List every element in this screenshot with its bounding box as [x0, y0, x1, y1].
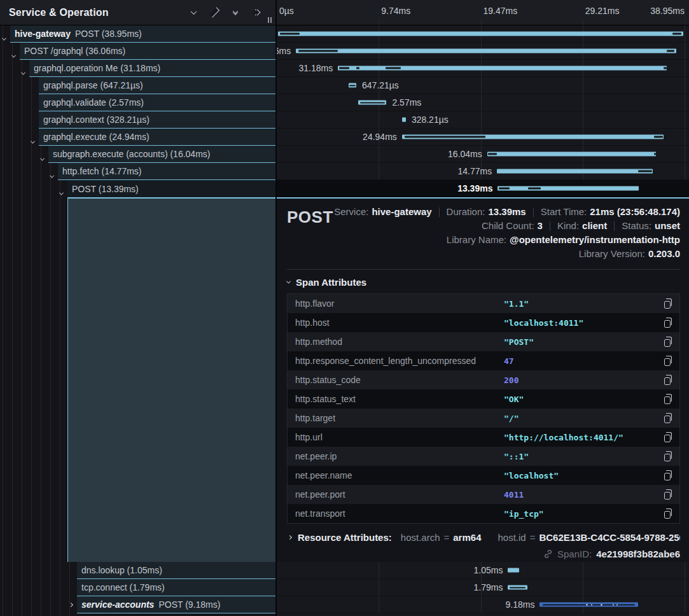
span-label: graphql.context (328.21µs) [43, 115, 150, 125]
timeline-rows-top: 38.95ms 36.06ms 31.18ms 647.21µs 2.57ms [277, 25, 689, 197]
span-bar[interactable] [278, 32, 683, 36]
tree-row-graphql-validate[interactable]: graphql.validate (2.57ms) [0, 94, 275, 111]
chevron-down-icon[interactable] [60, 186, 66, 193]
copy-button[interactable] [655, 433, 679, 442]
span-label: POST (38.95ms) [75, 29, 142, 39]
span-bar[interactable] [349, 83, 356, 88]
bar-row-service-accounts-post[interactable]: 9.18ms [277, 596, 689, 613]
span-attributes-toggle[interactable]: Span Attributes [287, 277, 680, 288]
bar-row-tcp-connect[interactable]: 1.79ms [277, 579, 689, 596]
span-label: subgraph.execute (accounts) (16.04ms) [53, 149, 210, 159]
bar-row-graphql-parse[interactable]: 647.21µs [277, 77, 689, 94]
selected-span-highlight-block [67, 197, 275, 562]
library-name-label: Library Name: [447, 233, 506, 247]
span-label: graphql.execute (24.94ms) [43, 132, 150, 142]
expand-one-icon[interactable] [209, 8, 219, 18]
tree-row-graphql-operation[interactable]: graphql.operation Me (31.18ms) [0, 60, 275, 77]
copy-button[interactable] [655, 452, 679, 461]
bar-row-http-fetch[interactable]: 14.77ms [277, 163, 689, 180]
bar-row-graphql-operation[interactable]: 31.18ms [277, 60, 689, 77]
span-label: graphql.validate (2.57ms) [43, 97, 144, 108]
chevron-right-icon[interactable] [69, 603, 76, 610]
detail-title: POST [287, 205, 333, 227]
tree-row-graphql-execute[interactable]: graphql.execute (24.94ms) [0, 129, 275, 146]
bar-row-graphql-context[interactable]: 328.21µs [277, 111, 689, 129]
copy-button[interactable] [655, 490, 679, 500]
tree-row-graphql-context[interactable]: graphql.context (328.21µs) [0, 111, 275, 129]
copy-button[interactable] [655, 509, 679, 519]
copy-icon [664, 301, 671, 309]
chevron-down-icon[interactable] [41, 152, 47, 158]
span-bar[interactable] [487, 152, 656, 157]
copy-button[interactable] [655, 375, 679, 385]
duration-label: 647.21µs [362, 80, 399, 90]
chevron-down-icon[interactable] [3, 32, 9, 38]
expand-all-icon[interactable] [251, 8, 261, 18]
status-value: unset [655, 219, 680, 233]
collapse-all-icon[interactable] [230, 8, 240, 18]
duration-label: 1.05ms [474, 565, 503, 575]
chevron-down-icon[interactable] [31, 135, 38, 141]
span-tree-panel: Service & Operation hive-gateway POST (3… [0, 0, 277, 616]
span-bar[interactable] [296, 49, 676, 53]
tick-label: 9.74ms [381, 6, 410, 16]
tick-label: 29.21ms [585, 6, 620, 16]
attribute-value: "ip_tcp" [504, 509, 655, 519]
span-bar[interactable] [497, 169, 653, 174]
span-bar[interactable] [402, 135, 664, 139]
bar-row-subgraph-execute[interactable]: 16.04ms [277, 146, 689, 163]
tree-row-post-graphql[interactable]: POST /graphql (36.06ms) [0, 43, 275, 60]
duration-label: 13.39ms [457, 183, 492, 193]
tree-row-dns-lookup[interactable]: dns.lookup (1.05ms) [0, 562, 275, 579]
start-time-value: 21ms (23:56:48.174) [590, 205, 680, 219]
child-count-label: Child Count: [482, 219, 534, 233]
span-label: POST /graphql (36.06ms) [24, 46, 125, 56]
span-bar[interactable] [358, 101, 386, 105]
link-icon[interactable] [543, 549, 553, 559]
copy-button[interactable] [655, 337, 679, 347]
attribute-value: "/" [504, 414, 655, 423]
span-label: graphql.operation Me (31.18ms) [34, 63, 160, 73]
bar-row-graphql-validate[interactable]: 2.57ms [277, 94, 689, 111]
attribute-value: 200 [504, 375, 655, 385]
bar-row-hive-gateway-post[interactable]: 38.95ms [277, 25, 689, 43]
bar-row-graphql-execute[interactable]: 24.94ms [277, 129, 689, 146]
chevron-down-icon[interactable] [12, 49, 18, 55]
copy-icon [664, 473, 671, 480]
attribute-value: "http://localhost:4011/" [504, 433, 655, 442]
tree-row-graphql-parse[interactable]: graphql.parse (647.21µs) [0, 77, 275, 94]
duration-value: 13.39ms [488, 205, 525, 219]
bar-row-post-graphql[interactable]: 36.06ms [277, 43, 689, 60]
bar-row-dns-lookup[interactable]: 1.05ms [277, 562, 689, 579]
span-bar[interactable] [338, 66, 667, 71]
attribute-value: "localhost:4011" [504, 318, 655, 328]
collapse-one-icon[interactable] [188, 8, 198, 18]
copy-button[interactable] [655, 395, 679, 404]
copy-icon [664, 492, 671, 500]
service-label: Service: [334, 205, 368, 219]
copy-button[interactable] [655, 356, 679, 366]
tree-row-subgraph-execute[interactable]: subgraph.execute (accounts) (16.04ms) [0, 146, 275, 163]
span-bar[interactable] [508, 585, 527, 590]
span-bar[interactable] [539, 603, 637, 607]
tree-row-service-accounts-post[interactable]: service-accounts POST (9.18ms) [0, 596, 275, 613]
copy-button[interactable] [655, 414, 679, 423]
bar-row-post-selected[interactable]: 13.39ms [277, 180, 689, 197]
span-id-value: 4e21998f3b82abe6 [596, 549, 680, 559]
resource-attributes-toggle[interactable]: Resource Attributes: host.arch = arm64 h… [287, 532, 680, 543]
copy-button[interactable] [655, 318, 679, 328]
tree-row-tcp-connect[interactable]: tcp.connect (1.79ms) [0, 579, 275, 596]
span-bar[interactable] [498, 186, 639, 191]
child-count-value: 3 [538, 219, 543, 233]
copy-button[interactable] [655, 471, 679, 480]
chevron-down-icon[interactable] [50, 169, 57, 176]
chevron-down-icon[interactable] [22, 66, 28, 73]
span-bar[interactable] [402, 118, 406, 122]
tree-row-hive-gateway-post[interactable]: hive-gateway POST (38.95ms) [0, 25, 275, 43]
tree-row-post-selected[interactable]: POST (13.39ms) [0, 180, 275, 197]
panel-resize-handle[interactable] [268, 17, 272, 23]
chevron-down-icon [286, 279, 291, 284]
span-bar[interactable] [508, 568, 519, 573]
tree-row-http-fetch[interactable]: http.fetch (14.77ms) [0, 163, 275, 180]
copy-button[interactable] [655, 299, 679, 309]
